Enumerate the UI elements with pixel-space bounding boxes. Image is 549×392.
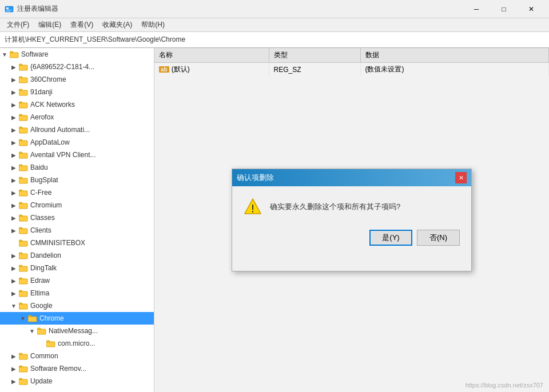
tree-label-eltima: Eltima bbox=[30, 289, 49, 297]
folder-icon-dandelion bbox=[18, 251, 29, 260]
tree-label-bugsplat: BugSplat bbox=[30, 176, 58, 184]
dialog-close-button[interactable]: ✕ bbox=[455, 172, 467, 183]
tree-arrow-chrome bbox=[18, 312, 27, 325]
folder-icon-commicro bbox=[46, 339, 56, 348]
folder-icon-edraw bbox=[18, 276, 29, 285]
tree-node-360chrome[interactable]: 360Chrome bbox=[0, 73, 154, 86]
tree-node-cmminisitebox[interactable]: CMMINISITEBOX bbox=[0, 237, 154, 249]
tree-label-allround: Allround Automati... bbox=[30, 126, 90, 134]
svg-rect-30 bbox=[19, 379, 27, 385]
svg-rect-20 bbox=[19, 254, 27, 259]
folder-icon-software bbox=[9, 50, 19, 59]
tree-node-common[interactable]: Common bbox=[0, 350, 154, 362]
tree-label-baidu: Baidu bbox=[30, 163, 48, 171]
maximize-button[interactable]: □ bbox=[491, 0, 517, 18]
folder-icon-nativemessaging bbox=[37, 326, 47, 335]
tree-node-software[interactable]: Software bbox=[0, 48, 154, 61]
tree-node-cfree[interactable]: C-Free bbox=[0, 186, 154, 199]
svg-rect-3 bbox=[6, 11, 10, 11]
dialog-yes-button[interactable]: 是(Y) bbox=[369, 230, 412, 246]
menu-file[interactable]: 文件(F) bbox=[2, 18, 34, 32]
menu-edit[interactable]: 编辑(E) bbox=[34, 18, 66, 32]
tree-node-91danji[interactable]: 91danji bbox=[0, 86, 154, 98]
folder-icon-cmminisitebox bbox=[18, 238, 29, 247]
menu-help[interactable]: 帮助(H) bbox=[137, 18, 169, 32]
tree-node-update[interactable]: Update bbox=[0, 375, 154, 387]
svg-rect-15 bbox=[19, 191, 27, 196]
main-content: Software {6A896522-C181-4... 360Chrome 9… bbox=[0, 48, 549, 392]
svg-rect-13 bbox=[19, 166, 27, 171]
confirm-dialog: 确认项删除 ✕ 确实要永久删除这个项和所有其子项吗? 是(Y) bbox=[232, 169, 472, 271]
tree-node-dandelion[interactable]: Dandelion bbox=[0, 249, 154, 262]
tree-arrow-appdatalow bbox=[9, 136, 18, 149]
svg-rect-25 bbox=[28, 317, 37, 322]
tree-node-commicro[interactable]: com.micro... bbox=[0, 337, 154, 350]
tree-label-commicro: com.micro... bbox=[58, 339, 95, 347]
tree-arrow-google bbox=[9, 299, 18, 312]
app-title: 注册表编辑器 bbox=[17, 4, 58, 14]
tree-label-software: Software bbox=[21, 50, 48, 58]
tree-arrow-6a896522 bbox=[9, 61, 18, 73]
tree-label-dingtalk: DingTalk bbox=[30, 264, 57, 272]
tree-node-classes[interactable]: Classes bbox=[0, 211, 154, 224]
svg-rect-1 bbox=[6, 7, 9, 9]
folder-icon-chromium bbox=[18, 201, 29, 210]
tree-node-softwareremove[interactable]: Software Remov... bbox=[0, 362, 154, 375]
tree-arrow-bugsplat bbox=[9, 174, 18, 186]
tree-label-chrome: Chrome bbox=[39, 314, 64, 322]
tree-node-aventail[interactable]: Aventail VPN Client... bbox=[0, 149, 154, 161]
tree-node-6a896522[interactable]: {6A896522-C181-4... bbox=[0, 61, 154, 73]
tree-arrow-acknetworks bbox=[9, 98, 18, 111]
tree-arrow-nativemessaging bbox=[27, 325, 37, 337]
tree-label-clients: Clients bbox=[30, 226, 51, 234]
tree-node-clients[interactable]: Clients bbox=[0, 224, 154, 237]
svg-rect-8 bbox=[19, 103, 27, 108]
address-path: 计算机\HKEY_CURRENT_USER\Software\Google\Ch… bbox=[5, 35, 185, 45]
tree-label-google: Google bbox=[30, 302, 53, 310]
tree-node-acknetworks[interactable]: ACK Networks bbox=[0, 98, 154, 111]
tree-node-edraw[interactable]: Edraw bbox=[0, 274, 154, 287]
tree-arrow-aerofox bbox=[9, 111, 18, 123]
tree-label-appdatalow: AppDataLow bbox=[30, 138, 70, 146]
tree-node-chromium[interactable]: Chromium bbox=[0, 199, 154, 211]
tree-node-eltima[interactable]: Eltima bbox=[0, 287, 154, 299]
tree-node-nativemessaging[interactable]: NativeMessag... bbox=[0, 325, 154, 337]
folder-icon-google bbox=[18, 301, 29, 310]
close-button[interactable]: ✕ bbox=[518, 0, 544, 18]
tree-arrow-update bbox=[9, 375, 18, 387]
tree-node-appdatalow[interactable]: AppDataLow bbox=[0, 136, 154, 149]
tree-arrow-91danji bbox=[9, 86, 18, 98]
svg-rect-19 bbox=[19, 241, 27, 246]
folder-icon-clients bbox=[18, 226, 29, 235]
tree-node-dingtalk[interactable]: DingTalk bbox=[0, 262, 154, 274]
folder-icon-softwareremove bbox=[18, 364, 29, 373]
svg-rect-26 bbox=[37, 329, 46, 334]
tree-node-bugsplat[interactable]: BugSplat bbox=[0, 174, 154, 186]
svg-rect-7 bbox=[19, 90, 27, 95]
svg-rect-33 bbox=[252, 211, 253, 213]
tree-arrow-aventail bbox=[9, 149, 18, 161]
minimize-button[interactable]: ─ bbox=[463, 0, 490, 18]
tree-arrow-chromium bbox=[9, 199, 18, 211]
menu-favorites[interactable]: 收藏夹(A) bbox=[98, 18, 137, 32]
menu-view[interactable]: 查看(V) bbox=[66, 18, 98, 32]
folder-icon-eltima bbox=[18, 289, 29, 298]
svg-rect-32 bbox=[252, 205, 253, 210]
dialog-title: 确认项删除 bbox=[237, 173, 274, 183]
dialog-backdrop: 确认项删除 ✕ 确实要永久删除这个项和所有其子项吗? 是(Y) bbox=[154, 48, 549, 392]
tree-node-google[interactable]: Google bbox=[0, 299, 154, 312]
dialog-no-button[interactable]: 否(N) bbox=[417, 230, 460, 246]
svg-rect-16 bbox=[19, 203, 27, 209]
tree-node-chrome[interactable]: Chrome bbox=[0, 312, 154, 325]
folder-icon-allround bbox=[18, 125, 29, 134]
app-icon bbox=[5, 5, 14, 14]
tree-node-allround[interactable]: Allround Automati... bbox=[0, 123, 154, 136]
tree-node-aerofox[interactable]: Aerofox bbox=[0, 111, 154, 123]
folder-icon-classes bbox=[18, 213, 29, 222]
tree-node-baidu[interactable]: Baidu bbox=[0, 161, 154, 174]
svg-rect-11 bbox=[19, 141, 27, 146]
tree-panel[interactable]: Software {6A896522-C181-4... 360Chrome 9… bbox=[0, 48, 154, 392]
warning-icon bbox=[244, 198, 262, 216]
menu-bar: 文件(F) 编辑(E) 查看(V) 收藏夹(A) 帮助(H) bbox=[0, 18, 549, 32]
dialog-content: 确实要永久删除这个项和所有其子项吗? 是(Y) 否(N) bbox=[232, 186, 471, 254]
